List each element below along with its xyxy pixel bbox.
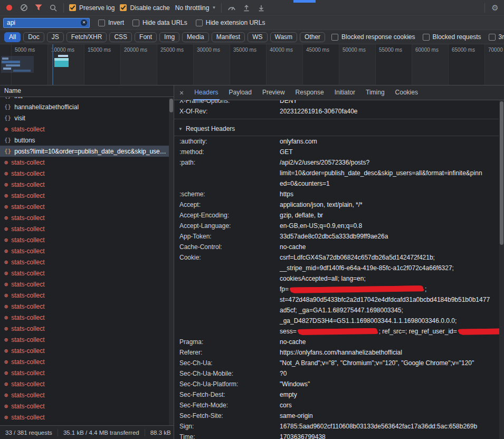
filter-bar: api ✕ Invert Hide data URLs Hide extensi… — [0, 16, 504, 30]
request-row[interactable]: ⊗stats-collect — [0, 334, 174, 345]
type-filter-img[interactable]: Img — [159, 32, 179, 42]
header-name: :authority: — [179, 136, 280, 147]
hide-extension-urls-checkbox[interactable]: Hide extension URLs — [196, 19, 265, 26]
tab-initiator[interactable]: Initiator — [329, 85, 360, 100]
request-row[interactable]: ⊗stats-collect — [0, 412, 174, 423]
request-label: stats-collect — [11, 236, 167, 244]
type-filter-js[interactable]: JS — [47, 32, 64, 42]
request-row[interactable]: ⊗stats-collect — [0, 290, 174, 301]
network-summary-bar: 33 / 381 requests35.1 kB / 4.4 MB transf… — [0, 425, 174, 439]
request-row[interactable]: ⊗stats-collect — [0, 168, 174, 179]
export-har-button[interactable] — [256, 3, 266, 13]
checkbox-unchecked-icon — [489, 34, 496, 41]
disable-cache-checkbox[interactable]: Disable cache — [120, 4, 169, 12]
type-filter-ws[interactable]: WS — [248, 32, 267, 42]
filter-checkbox-3rd-party-requests[interactable]: 3rd-party requests — [489, 33, 504, 41]
invert-checkbox[interactable]: Invert — [98, 19, 124, 26]
request-row[interactable]: ⊗stats-collect — [0, 245, 174, 256]
search-button[interactable] — [49, 3, 58, 13]
json-request-icon: {} — [4, 114, 11, 121]
record-button[interactable] — [4, 3, 14, 13]
filter-checkbox-blocked-response-cookies[interactable]: Blocked response cookies — [331, 33, 415, 41]
hide-data-urls-checkbox[interactable]: Hide data URLs — [132, 19, 187, 26]
network-conditions-button[interactable] — [227, 3, 236, 13]
clear-network-log-button[interactable] — [19, 3, 28, 13]
request-row[interactable]: ⊗stats-collect — [0, 345, 174, 356]
type-filter-font[interactable]: Font — [135, 32, 157, 42]
caret-down-icon: ▼ — [212, 5, 216, 10]
preserve-log-checkbox[interactable]: Preserve log — [69, 4, 115, 12]
close-details-button[interactable]: × — [174, 89, 189, 97]
header-name: Time: — [179, 432, 280, 439]
request-label: stats-collect — [11, 303, 167, 310]
redaction-scribble — [298, 328, 377, 335]
request-row[interactable]: {}posts?limit=10&order=publish_date_desc… — [0, 146, 174, 157]
request-row[interactable]: ⊗stats-collect — [0, 279, 174, 290]
request-row[interactable]: ⊗stats-collect — [0, 400, 174, 412]
request-row[interactable]: ⊗stats-collect — [0, 212, 174, 223]
request-row[interactable]: ⊗stats-collect — [0, 157, 174, 168]
settings-button[interactable]: ⚙ — [490, 3, 500, 13]
request-row[interactable]: ⊗stats-collect — [0, 179, 174, 190]
timeline-label: 65000 ms — [452, 47, 475, 53]
failed-request-icon: ⊗ — [4, 303, 8, 310]
type-filter-css[interactable]: CSS — [109, 32, 132, 42]
request-label: stats-collect — [11, 270, 167, 277]
network-conditions-icon — [227, 4, 236, 11]
tab-cookies[interactable]: Cookies — [390, 85, 423, 100]
request-row[interactable]: ⊗stats-collect — [0, 312, 174, 323]
type-filter-fetch-xhr[interactable]: Fetch/XHR — [66, 32, 107, 42]
request-row[interactable]: ⊗stats-collect — [0, 378, 174, 389]
request-row[interactable]: {}init — [0, 97, 174, 101]
request-row[interactable]: {}buttons — [0, 135, 174, 146]
request-row[interactable]: ⊗stats-collect — [0, 323, 174, 334]
request-row[interactable]: ⊗stats-collect — [0, 367, 174, 378]
clear-filter-icon[interactable]: ✕ — [81, 20, 87, 26]
request-headers-section-header[interactable]: ▼ Request Headers — [174, 122, 499, 136]
type-filter-media[interactable]: Media — [182, 32, 209, 42]
failed-request-icon: ⊗ — [4, 403, 8, 410]
name-column-header[interactable]: Name — [0, 85, 174, 97]
type-filter-wasm[interactable]: Wasm — [270, 32, 298, 42]
timeline-label: 25000 ms — [160, 47, 184, 53]
request-row[interactable]: ⊗stats-collect — [0, 190, 174, 201]
failed-request-icon: ⊗ — [4, 369, 8, 377]
type-filter-manifest[interactable]: Manifest — [212, 32, 245, 42]
scrollbar-thumb[interactable] — [500, 101, 503, 245]
filter-checkbox-blocked-requests[interactable]: Blocked requests — [423, 33, 481, 41]
request-row[interactable]: ⊗stats-collect — [0, 389, 174, 400]
request-row[interactable]: ⊗stats-collect — [0, 234, 174, 245]
request-row[interactable]: ⊗stats-collect — [0, 223, 174, 234]
import-har-button[interactable] — [242, 3, 251, 13]
type-filter-other[interactable]: Other — [300, 32, 325, 42]
tab-timing[interactable]: Timing — [360, 85, 390, 100]
request-row[interactable]: {}hannahelizabethofficial — [0, 101, 174, 112]
request-row[interactable]: ⊗stats-collect — [0, 201, 174, 212]
timeline-activity-bar — [52, 44, 53, 85]
failed-request-icon: ⊗ — [4, 325, 8, 332]
failed-request-icon: ⊗ — [4, 203, 8, 211]
type-filter-all[interactable]: All — [4, 32, 21, 42]
request-row[interactable]: {}visit — [0, 112, 174, 123]
request-label: stats-collect — [11, 259, 167, 266]
network-filter-input[interactable]: api ✕ — [3, 18, 90, 28]
tab-payload[interactable]: Payload — [224, 85, 257, 100]
tab-headers[interactable]: Headers — [189, 85, 223, 100]
request-row[interactable]: ⊗stats-collect — [0, 268, 174, 279]
details-scrollbar[interactable] — [499, 100, 504, 439]
type-filter-doc[interactable]: Doc — [23, 32, 44, 42]
timeline-overview[interactable]: 5000 ms10000 ms15000 ms20000 ms25000 ms3… — [0, 44, 504, 85]
request-row[interactable]: ⊗stats-collect — [0, 123, 174, 135]
scrollbar-thumb[interactable] — [169, 99, 173, 112]
request-row[interactable]: ⊗stats-collect — [0, 256, 174, 268]
request-row[interactable]: ⊗stats-collect — [0, 356, 174, 367]
header-name: Cookie: — [179, 252, 280, 337]
throttling-dropdown[interactable]: No throttling ▼ — [175, 4, 216, 12]
timeline-activity-bar — [2, 58, 8, 60]
request-list-scrollbar[interactable] — [169, 98, 174, 425]
filter-toggle-button[interactable] — [34, 3, 43, 13]
tab-response[interactable]: Response — [290, 85, 329, 100]
request-row[interactable]: ⊗stats-collect — [0, 301, 174, 312]
request-label: stats-collect — [11, 181, 167, 188]
tab-preview[interactable]: Preview — [257, 85, 290, 100]
